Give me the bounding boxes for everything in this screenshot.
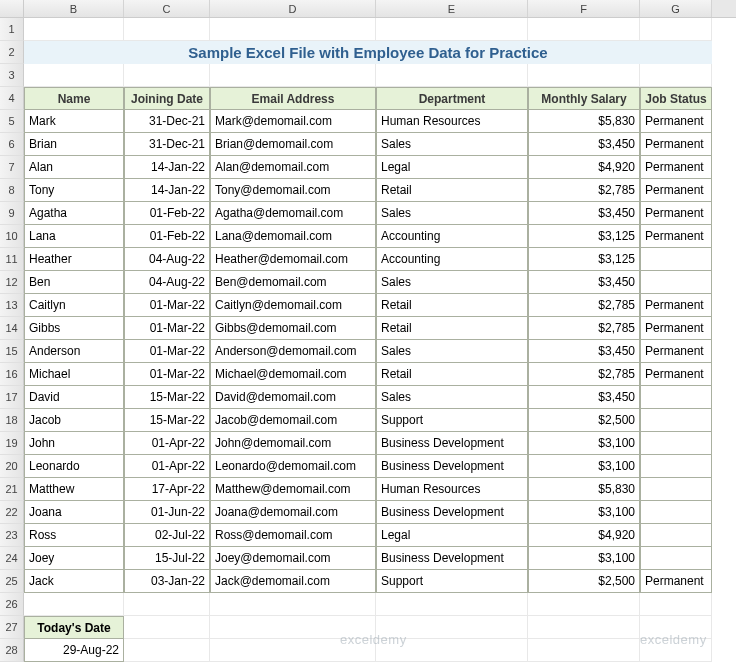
cell-dept[interactable]: Support (376, 570, 528, 593)
cell-email[interactable]: Ben@demomail.com (210, 271, 376, 294)
cell-email[interactable]: Alan@demomail.com (210, 156, 376, 179)
row-head[interactable]: 7 (0, 156, 24, 179)
cell-stat[interactable] (640, 432, 712, 455)
row-head[interactable]: 15 (0, 340, 24, 363)
cell-name[interactable]: Jacob (24, 409, 124, 432)
row-head[interactable]: 28 (0, 639, 24, 662)
cell-join[interactable]: 01-Mar-22 (124, 340, 210, 363)
col-head[interactable]: E (376, 0, 528, 17)
th-join[interactable]: Joining Date (124, 87, 210, 110)
cell-dept[interactable]: Sales (376, 340, 528, 363)
cell-join[interactable]: 01-Mar-22 (124, 294, 210, 317)
cell-join[interactable]: 01-Feb-22 (124, 202, 210, 225)
cell-stat[interactable]: Permanent (640, 363, 712, 386)
cell-email[interactable]: Heather@demomail.com (210, 248, 376, 271)
today-value[interactable]: 29-Aug-22 (24, 639, 124, 662)
cell-name[interactable]: Ben (24, 271, 124, 294)
cell-sal[interactable]: $3,450 (528, 386, 640, 409)
cell-join[interactable]: 31-Dec-21 (124, 110, 210, 133)
row-head[interactable]: 13 (0, 294, 24, 317)
cell-sal[interactable]: $2,785 (528, 179, 640, 202)
row-head[interactable]: 26 (0, 593, 24, 616)
cell-join[interactable]: 04-Aug-22 (124, 248, 210, 271)
cell-dept[interactable]: Accounting (376, 225, 528, 248)
cell-name[interactable]: Matthew (24, 478, 124, 501)
cell-join[interactable]: 03-Jan-22 (124, 570, 210, 593)
row-head[interactable]: 14 (0, 317, 24, 340)
cell-name[interactable]: Joey (24, 547, 124, 570)
cell-name[interactable]: Michael (24, 363, 124, 386)
row-head[interactable]: 23 (0, 524, 24, 547)
cell-dept[interactable]: Retail (376, 294, 528, 317)
cell-email[interactable]: Mark@demomail.com (210, 110, 376, 133)
row-head[interactable]: 25 (0, 570, 24, 593)
cell-name[interactable]: Ross (24, 524, 124, 547)
cell-stat[interactable] (640, 455, 712, 478)
cell-email[interactable]: Ross@demomail.com (210, 524, 376, 547)
row-head[interactable]: 1 (0, 18, 24, 41)
cell-join[interactable]: 01-Feb-22 (124, 225, 210, 248)
row-head[interactable]: 20 (0, 455, 24, 478)
row-head[interactable]: 9 (0, 202, 24, 225)
cell-name[interactable]: Agatha (24, 202, 124, 225)
cell-stat[interactable]: Permanent (640, 156, 712, 179)
cell-email[interactable]: Anderson@demomail.com (210, 340, 376, 363)
cell-join[interactable]: 14-Jan-22 (124, 156, 210, 179)
cell-name[interactable]: David (24, 386, 124, 409)
cell-email[interactable]: Jack@demomail.com (210, 570, 376, 593)
cell-email[interactable]: Joana@demomail.com (210, 501, 376, 524)
cell-name[interactable]: Tony (24, 179, 124, 202)
cell-dept[interactable]: Sales (376, 202, 528, 225)
cell-sal[interactable]: $3,125 (528, 225, 640, 248)
cell-dept[interactable]: Accounting (376, 248, 528, 271)
row-head[interactable]: 18 (0, 409, 24, 432)
select-all-corner[interactable] (0, 0, 24, 18)
cell-stat[interactable]: Permanent (640, 179, 712, 202)
cell-sal[interactable]: $4,920 (528, 524, 640, 547)
cell-sal[interactable]: $5,830 (528, 478, 640, 501)
cell-sal[interactable]: $3,450 (528, 202, 640, 225)
row-head[interactable]: 3 (0, 64, 24, 87)
cell-sal[interactable]: $2,785 (528, 317, 640, 340)
row-head[interactable]: 12 (0, 271, 24, 294)
cell-join[interactable]: 15-Mar-22 (124, 409, 210, 432)
row-head[interactable]: 6 (0, 133, 24, 156)
cell-sal[interactable]: $3,125 (528, 248, 640, 271)
cell-name[interactable]: John (24, 432, 124, 455)
row-head[interactable]: 5 (0, 110, 24, 133)
cell-join[interactable]: 04-Aug-22 (124, 271, 210, 294)
cell-name[interactable]: Brian (24, 133, 124, 156)
cell-stat[interactable]: Permanent (640, 202, 712, 225)
cell-email[interactable]: John@demomail.com (210, 432, 376, 455)
cell-dept[interactable]: Support (376, 409, 528, 432)
cell-join[interactable]: 15-Mar-22 (124, 386, 210, 409)
cell-name[interactable]: Joana (24, 501, 124, 524)
cell-stat[interactable] (640, 409, 712, 432)
th-dept[interactable]: Department (376, 87, 528, 110)
cell-stat[interactable] (640, 547, 712, 570)
cell-email[interactable]: Jacob@demomail.com (210, 409, 376, 432)
cell-name[interactable]: Anderson (24, 340, 124, 363)
cell-sal[interactable]: $3,100 (528, 547, 640, 570)
cell-dept[interactable]: Business Development (376, 501, 528, 524)
cell-sal[interactable]: $3,450 (528, 340, 640, 363)
row-head[interactable]: 8 (0, 179, 24, 202)
cell-email[interactable]: Lana@demomail.com (210, 225, 376, 248)
cell-stat[interactable]: Permanent (640, 225, 712, 248)
cell-email[interactable]: Agatha@demomail.com (210, 202, 376, 225)
cell-name[interactable]: Gibbs (24, 317, 124, 340)
row-head[interactable]: 10 (0, 225, 24, 248)
cell-sal[interactable]: $3,100 (528, 455, 640, 478)
cell-join[interactable]: 15-Jul-22 (124, 547, 210, 570)
cell-stat[interactable]: Permanent (640, 340, 712, 363)
cell-stat[interactable]: Permanent (640, 570, 712, 593)
row-head[interactable]: 16 (0, 363, 24, 386)
cell-dept[interactable]: Business Development (376, 547, 528, 570)
cell-name[interactable]: Leonardo (24, 455, 124, 478)
cell-join[interactable]: 01-Apr-22 (124, 455, 210, 478)
cell-name[interactable]: Caitlyn (24, 294, 124, 317)
cell-dept[interactable]: Human Resources (376, 110, 528, 133)
cell-sal[interactable]: $3,450 (528, 271, 640, 294)
cell-name[interactable]: Jack (24, 570, 124, 593)
cell-email[interactable]: Leonardo@demomail.com (210, 455, 376, 478)
